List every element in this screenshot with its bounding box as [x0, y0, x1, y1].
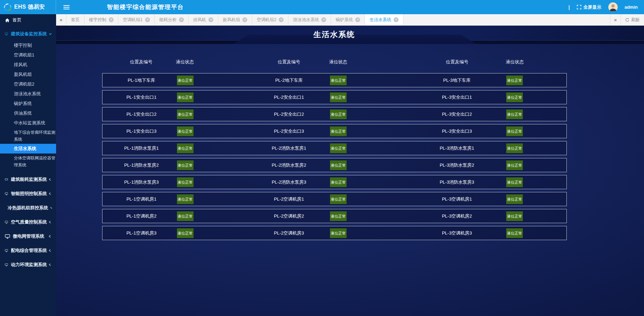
location-cell: PL-2消防水泵房2: [272, 162, 306, 168]
status-badge: 液位正常: [177, 211, 194, 221]
close-icon[interactable]: ×: [242, 17, 247, 22]
close-icon[interactable]: ×: [208, 17, 213, 22]
tab-building-control[interactable]: 楼宇控制×: [84, 14, 118, 25]
hamburger-menu-icon[interactable]: [63, 5, 70, 9]
system-icon: [5, 191, 8, 196]
column-header-location: 位置及编号: [446, 59, 468, 65]
close-icon[interactable]: ×: [145, 17, 150, 22]
tab-home[interactable]: 首页: [66, 14, 84, 25]
fullscreen-button[interactable]: 全屏显示: [577, 4, 601, 10]
refresh-button[interactable]: 刷新: [620, 14, 644, 25]
location-cell: PL-2空调机房2: [274, 213, 304, 219]
sidebar-item-split-ac-thermostat[interactable]: 分体空调联网温控器管理系统: [0, 153, 56, 169]
system-icon: [5, 234, 10, 239]
close-icon[interactable]: ×: [355, 17, 360, 22]
sidebar-item-fresh-air-unit[interactable]: 新风机组: [0, 70, 56, 79]
page-title: 生活水系统: [313, 29, 355, 40]
status-badge: 液位正常: [177, 177, 194, 187]
water-level-table: 位置及编号 液位状态 位置及编号 液位状态 位置及编号 液位状态 PL-1地下车…: [102, 56, 567, 240]
table-row: PL-1空调机房1 液位正常 PL-2空调机房1 液位正常 PL-3空调机房1 …: [102, 192, 567, 206]
close-icon[interactable]: ×: [179, 17, 184, 22]
tab-boiler-system[interactable]: 锅炉系统×: [331, 14, 365, 25]
location-cell: PL-3安全出口2: [442, 111, 472, 117]
close-icon[interactable]: ×: [279, 17, 284, 22]
location-cell: PL-3消防水泵房3: [440, 179, 474, 185]
location-cell: PL-2消防水泵房1: [272, 145, 306, 151]
tabs-scroll-left-button[interactable]: «: [56, 14, 66, 25]
location-cell: PL-1空调机房2: [126, 213, 156, 219]
close-icon[interactable]: ×: [321, 17, 326, 22]
username[interactable]: admin: [625, 5, 638, 10]
tab-domestic-water-system[interactable]: 生活水系统×: [365, 14, 403, 25]
status-badge: 液位正常: [330, 211, 347, 221]
tab-fresh-air-unit[interactable]: 新风机组×: [218, 14, 252, 25]
table-row: PL-1安全出口2 液位正常 PL-2安全出口2 液位正常 PL-3安全出口2 …: [102, 107, 567, 121]
status-badge: 液位正常: [506, 177, 523, 187]
location-cell: PL-1空调机房3: [126, 230, 156, 236]
status-badge: 液位正常: [330, 194, 347, 204]
close-icon[interactable]: ×: [394, 17, 399, 22]
sidebar-item-ahu2[interactable]: 空调机组2: [0, 79, 56, 89]
sidebar-group-hvac-source-control[interactable]: 冷热源机组群控系统: [0, 201, 56, 215]
column-header-location: 位置及编号: [130, 59, 152, 65]
location-cell: PL-1空调机房1: [126, 196, 156, 202]
status-badge: 液位正常: [506, 211, 523, 221]
sidebar-item-pool-water[interactable]: 游泳池水系统: [0, 89, 56, 99]
sidebar-group-lighting-control[interactable]: 智能照明控制系统: [0, 186, 56, 201]
system-icon: [5, 177, 8, 182]
location-cell: PL-1消防水泵房2: [124, 162, 159, 168]
status-badge: 液位正常: [330, 93, 347, 102]
avatar[interactable]: [608, 2, 618, 12]
chevron-left-icon: [49, 249, 52, 252]
sidebar-item-reclaimed-water[interactable]: 中水站监测系统: [0, 118, 56, 128]
sidebar-group-air-quality[interactable]: 空气质量控制系统: [0, 215, 56, 229]
location-cell: PL-1安全出口3: [126, 128, 156, 134]
status-badge: 液位正常: [506, 194, 523, 204]
location-cell: PL-3地下车库: [443, 77, 471, 84]
chevron-left-icon: [49, 235, 52, 237]
location-cell: PL-1安全出口1: [126, 94, 156, 100]
sidebar-item-oil-supply[interactable]: 供油系统: [0, 108, 56, 118]
sidebar-group-energy-monitor[interactable]: 建筑能耗监测系统: [0, 172, 56, 186]
sidebar-group-building-equipment[interactable]: 建筑设备监控系统: [0, 28, 56, 40]
tab-ahu1[interactable]: 空调机组1×: [118, 14, 155, 25]
sidebar-item-home[interactable]: 首页: [0, 14, 56, 26]
close-icon[interactable]: ×: [109, 17, 114, 22]
sidebar-item-boiler[interactable]: 锅炉系统: [0, 99, 56, 108]
status-badge: 液位正常: [506, 76, 523, 85]
sidebar-submenu: 楼宇控制 空调机组1 排风机 新风机组 空调机组2 游泳池水系统 锅炉系统 供油…: [0, 40, 56, 169]
tab-exhaust-fan[interactable]: 排风机×: [189, 14, 218, 25]
column-header-status: 液位状态: [329, 59, 347, 65]
status-badge: 液位正常: [177, 126, 194, 136]
status-badge: 液位正常: [330, 177, 347, 187]
sidebar-group-power-distribution[interactable]: 配电综合管理系统: [0, 243, 56, 257]
tab-ahu2[interactable]: 空调机组2×: [252, 14, 288, 25]
location-cell: PL-2空调机房1: [274, 196, 304, 202]
sidebar-group-microgrid[interactable]: 微电网管理系统: [0, 229, 56, 243]
sidebar-group-dynamic-env-monitor[interactable]: 动力环境监测系统: [0, 257, 56, 272]
refresh-icon: [625, 18, 629, 22]
status-badge: 液位正常: [506, 160, 523, 170]
table-row: PL-1安全出口3 液位正常 PL-2安全出口3 液位正常 PL-3安全出口3 …: [102, 124, 567, 138]
header-divider: |: [569, 5, 570, 10]
sidebar-item-exhaust-fan[interactable]: 排风机: [0, 60, 56, 70]
header-actions: | 全屏显示 admin: [569, 2, 644, 12]
status-badge: 液位正常: [330, 160, 347, 170]
system-icon: [5, 248, 8, 253]
system-icon: [5, 32, 8, 36]
sidebar-item-domestic-water[interactable]: 生活水系统: [0, 144, 56, 153]
sidebar-item-building-control[interactable]: 楼宇控制: [0, 41, 56, 50]
sidebar-group-label: 建筑设备监控系统: [11, 31, 47, 37]
chevron-left-icon: [49, 221, 52, 223]
status-badge: 液位正常: [177, 109, 194, 119]
page-banner: 生活水系统: [56, 26, 644, 44]
sidebar-item-ahu1[interactable]: 空调机组1: [0, 50, 56, 60]
home-icon: [5, 18, 10, 23]
status-badge: 液位正常: [330, 76, 347, 85]
tab-energy-analysis[interactable]: 能耗分析×: [155, 14, 189, 25]
table-row: PL-1消防水泵房2 液位正常 PL-2消防水泵房2 液位正常 PL-3消防水泵…: [102, 158, 567, 172]
sidebar-item-utility-tunnel-env[interactable]: 地下综合管廊环境监测系统: [0, 128, 56, 144]
tabs-scroll-right-button[interactable]: »: [610, 14, 620, 25]
sidebar: 首页 建筑设备监控系统 楼宇控制 空调机组1 排风机 新风机组 空调机组2 游泳…: [0, 14, 56, 316]
tab-pool-water-system[interactable]: 游泳池水系统×: [288, 14, 331, 25]
